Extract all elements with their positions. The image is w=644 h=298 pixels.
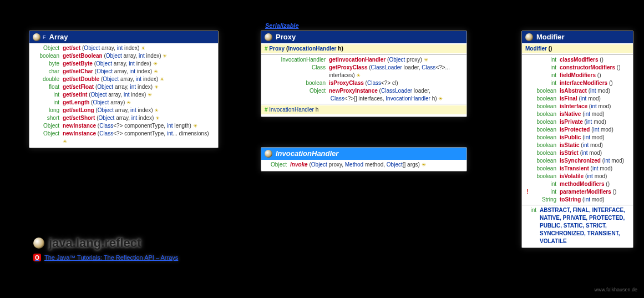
method-row: booleanisStrict (int mod) — [525, 149, 630, 157]
serializable-label: Serializable — [265, 22, 299, 29]
package-name: java.lang.reflect — [49, 236, 141, 250]
package-title: java.lang.reflect — [33, 236, 178, 250]
class-proxy: Proxy # Proxy (InvocationHandler h) Invo… — [261, 31, 467, 117]
interface-icon — [265, 150, 272, 158]
class-proxy-body: # Proxy (InvocationHandler h) Invocation… — [261, 43, 466, 117]
oracle-icon: O — [33, 254, 41, 261]
method-row: intmethodModifiers () — [525, 180, 630, 188]
method-row: ObjectnewProxyInstance (ClassLoader load… — [265, 87, 463, 103]
method-row: floatget/setFloat (Object array, int ind… — [33, 83, 215, 91]
class-proxy-title: Proxy — [276, 33, 296, 41]
method-row: ObjectnewInstance (Class<?> componentTyp… — [33, 122, 215, 130]
method-row: InvocationHandlergetInvocationHandler (O… — [265, 56, 463, 64]
class-modifier-body: Modifier () intclassModifiers ()intconst… — [522, 43, 633, 248]
method-row: intgetLength (Object array) ☀ — [33, 99, 215, 107]
method-row: StringtoString (int mod) — [525, 196, 630, 204]
method-row: booleanisPrivate (int mod) — [525, 118, 630, 126]
class-modifier: Modifier Modifier () intclassModifiers (… — [521, 31, 633, 248]
method-row: intclassModifiers () — [525, 56, 630, 64]
method-row: booleanisAbstract (int mod) — [525, 87, 630, 95]
modifier-constructor: Modifier () — [522, 44, 633, 53]
class-icon — [33, 33, 40, 41]
method-row: booleanisInterface (int mod) — [525, 103, 630, 110]
class-icon — [525, 33, 533, 41]
method-row: !intparameterModifiers () — [525, 188, 630, 196]
class-array: F Array Objectget/set (Object array, int… — [29, 31, 219, 148]
interface-invh-title: InvocationHandler — [276, 149, 338, 158]
class-icon — [265, 33, 272, 41]
package-footer: java.lang.reflect O The Java™ Tutorials:… — [33, 236, 178, 261]
final-mark: F — [43, 34, 46, 40]
method-row: booleanget/setBoolean (Object array, int… — [33, 52, 215, 60]
method-row: booleanisPublic (int mod) — [525, 134, 630, 142]
package-icon — [33, 238, 44, 249]
interface-invh-header: InvocationHandler — [261, 148, 466, 160]
class-array-title: Array — [49, 33, 68, 41]
method-row: Objectget/set (Object array, int index) … — [33, 44, 215, 52]
tutorial-link-label: The Java™ Tutorials: The Reflection API … — [44, 254, 178, 261]
method-row: ClassgetProxyClass (ClassLoader loader, … — [265, 64, 463, 79]
method-row: booleanisNative (int mod) — [525, 110, 630, 118]
method-row: intconstructorModifiers () — [525, 64, 630, 72]
class-modifier-header: Modifier — [522, 31, 633, 43]
method-row: booleanisSynchronized (int mod) — [525, 157, 630, 165]
class-array-body: Objectget/set (Object array, int index) … — [29, 43, 218, 148]
class-array-header: F Array — [29, 31, 218, 43]
method-row: byteget/setByte (Object array, int index… — [33, 60, 215, 68]
method-row: booleanisTransient (int mod) — [525, 165, 630, 173]
tutorial-link[interactable]: O The Java™ Tutorials: The Reflection AP… — [33, 254, 178, 261]
watermark: www.falkhausen.de — [594, 287, 637, 292]
method-row: booleanisStatic (int mod) — [525, 142, 630, 149]
method-row: booleanisFinal (int mod) — [525, 95, 630, 103]
class-modifier-title: Modifier — [536, 33, 565, 41]
method-row: shortget/setShort (Object array, int ind… — [33, 114, 215, 122]
interface-invocationhandler: InvocationHandler Objectinvoke (Object p… — [261, 147, 467, 171]
method-row: ObjectnewInstance (Class<?> componentTyp… — [33, 130, 215, 145]
constants-list: ABSTRACT, FINAL, INTERFACE, NATIVE, PRIV… — [540, 206, 630, 245]
class-proxy-header: Proxy — [261, 31, 466, 43]
method-row: longget/setLong (Object array, int index… — [33, 107, 215, 114]
method-row: charget/setChar (Object array, int index… — [33, 68, 215, 75]
method-row: intinterfaceModifiers () — [525, 79, 630, 87]
method-row: intget/setInt (Object array, int index) … — [33, 91, 215, 99]
method-row: booleanisVolatile (int mod) — [525, 173, 630, 180]
interface-invh-body: Objectinvoke (Object proxy, Method metho… — [261, 160, 466, 171]
constants-type: int — [525, 206, 536, 245]
proxy-field-h: # InvocationHandler h — [261, 105, 466, 114]
method-row: intfieldModifiers () — [525, 72, 630, 79]
method-row: booleanisProxyClass (Class<?> cl) — [265, 79, 463, 87]
method-row: booleanisProtected (int mod) — [525, 126, 630, 134]
method-row: Objectinvoke (Object proxy, Method metho… — [265, 161, 463, 169]
modifier-constants: int ABSTRACT, FINAL, INTERFACE, NATIVE, … — [525, 206, 630, 245]
method-row: doubleget/setDouble (Object array, int i… — [33, 75, 215, 83]
proxy-constructor: # Proxy (InvocationHandler h) — [261, 44, 466, 53]
